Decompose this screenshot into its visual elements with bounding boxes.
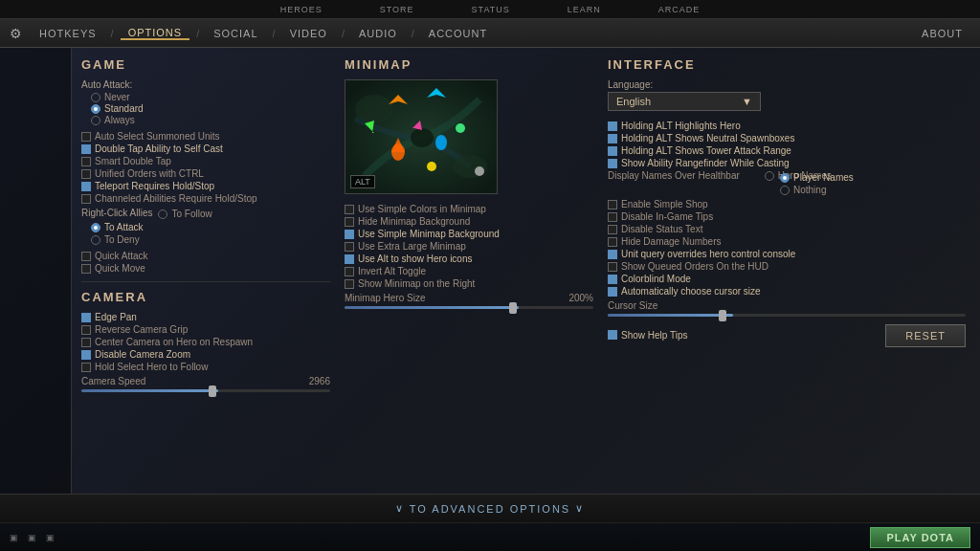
radio-nothing[interactable]: Nothing xyxy=(780,185,970,195)
nav-about[interactable]: ABOUT xyxy=(914,28,970,39)
game-column: GAME Auto Attack: Never Standard Alway xyxy=(81,57,330,484)
cb-quick-attack[interactable]: Quick Attack xyxy=(81,251,330,261)
cb-hide-bg[interactable]: Hide Minimap Background xyxy=(345,216,593,227)
cursor-size-track[interactable] xyxy=(608,314,966,317)
cb-auto-cursor-box xyxy=(608,287,617,297)
nav-account[interactable]: ACCOUNT xyxy=(421,28,495,39)
radio-to-follow[interactable]: To Follow xyxy=(158,209,212,219)
cb-rangefinder-box xyxy=(608,159,617,168)
nav-hotkeys[interactable]: HOTKEYS xyxy=(32,28,104,39)
cb-alt-highlights[interactable]: Holding ALT Highlights Hero xyxy=(608,121,970,131)
camera-speed-slider[interactable]: Camera Speed 2966 xyxy=(81,376,330,392)
minimap-size-slider[interactable]: Minimap Hero Size 200% xyxy=(345,293,593,309)
svg-point-10 xyxy=(435,135,447,150)
radio-nothing-circle xyxy=(780,186,790,195)
cb-alt-hero-icons[interactable]: Use Alt to show Hero icons xyxy=(345,253,593,264)
cb-alt-hero-icons-box xyxy=(345,254,354,264)
radio-to-deny[interactable]: To Deny xyxy=(91,234,330,245)
topbar-arcade[interactable]: ARCADE xyxy=(658,5,701,14)
nav-options[interactable]: OPTIONS xyxy=(121,27,190,40)
cb-extra-large[interactable]: Use Extra Large Minimap xyxy=(345,241,593,252)
cb-rangefinder[interactable]: Show Ability Rangefinder While Casting xyxy=(608,158,970,168)
cb-unified[interactable]: Unified Orders with CTRL xyxy=(81,168,330,179)
nav-video[interactable]: VIDEO xyxy=(282,28,335,39)
cb-invert-alt-box xyxy=(345,267,354,276)
minimap-size-thumb[interactable] xyxy=(509,302,517,314)
cb-center-cam[interactable]: Center Camera on Hero on Respawn xyxy=(81,337,330,347)
svg-point-12 xyxy=(456,123,465,133)
camera-speed-track[interactable] xyxy=(81,389,330,392)
game-section-title: GAME xyxy=(81,57,330,72)
cb-edge-pan[interactable]: Edge Pan xyxy=(81,312,330,322)
cb-disable-zoom[interactable]: Disable Camera Zoom xyxy=(81,349,330,360)
cb-channeled[interactable]: Channeled Abilities Require Hold/Stop xyxy=(81,193,330,204)
cb-simple-colors-box xyxy=(345,205,354,214)
language-label: Language: xyxy=(608,79,970,90)
nav-social[interactable]: SOCIAL xyxy=(206,28,265,39)
display-names-label: Display Names Over Healthbar xyxy=(608,170,740,181)
cb-unified-box xyxy=(81,169,91,179)
play-dota-button[interactable]: PLAY DOTA xyxy=(870,527,970,548)
cursor-size-thumb[interactable] xyxy=(719,310,726,321)
cb-colorblind[interactable]: Colorblind Mode xyxy=(608,274,970,284)
taskbar-item-1: ▣ xyxy=(10,533,18,542)
cb-reverse-cam[interactable]: Reverse Camera Grip xyxy=(81,324,330,335)
language-select[interactable]: English ▼ xyxy=(608,92,761,111)
cb-simple-shop-box xyxy=(608,200,617,209)
taskbar-item-2: ▣ xyxy=(28,533,36,542)
cb-extra-large-box xyxy=(345,242,354,252)
topbar-heroes[interactable]: HEROES xyxy=(280,5,323,14)
left-sidebar xyxy=(0,48,72,494)
bottom-bar[interactable]: ∨ TO ADVANCED OPTIONS ∨ xyxy=(0,494,980,522)
cb-disable-status[interactable]: Disable Status Text xyxy=(608,224,970,234)
cb-auto-select[interactable]: Auto Select Summoned Units xyxy=(81,131,330,142)
cb-teleport-box xyxy=(81,182,91,191)
reset-button[interactable]: RESET xyxy=(885,324,966,347)
radio-hero-names-circle xyxy=(765,171,774,181)
radio-to-attack[interactable]: To Attack xyxy=(91,222,330,232)
cb-minimap-right[interactable]: Show Minimap on the Right xyxy=(345,278,593,289)
cb-unit-query[interactable]: Unit query overrides hero control consol… xyxy=(608,249,970,259)
nav-audio[interactable]: AUDIO xyxy=(351,28,405,39)
cb-smart-double[interactable]: Smart Double Tap xyxy=(81,156,330,166)
cb-queued-orders[interactable]: Show Queued Orders On the HUD xyxy=(608,261,970,272)
camera-speed-thumb[interactable] xyxy=(209,386,216,397)
cb-simple-bg[interactable]: Use Simple Minimap Background xyxy=(345,229,593,239)
cb-hold-select-box xyxy=(81,363,91,372)
cb-invert-alt[interactable]: Invert Alt Toggle xyxy=(345,266,593,276)
minimap-size-label: Minimap Hero Size xyxy=(345,293,425,303)
minimap-size-value: 200% xyxy=(568,293,593,303)
radio-to-deny-circle xyxy=(91,235,100,245)
radio-never-circle xyxy=(91,93,100,102)
cb-simple-colors[interactable]: Use Simple Colors in Minimap xyxy=(345,204,593,214)
topbar-status[interactable]: STATUS xyxy=(472,5,510,14)
cb-alt-neutral[interactable]: Holding ALT Shows Neutral Spawnboxes xyxy=(608,133,970,143)
radio-standard[interactable]: Standard xyxy=(91,103,330,114)
gear-icon: ⚙ xyxy=(10,26,22,41)
minimap-size-track[interactable] xyxy=(345,306,593,309)
cb-hold-select[interactable]: Hold Select Hero to Follow xyxy=(81,362,330,372)
cursor-size-slider[interactable]: Cursor Size xyxy=(608,300,970,317)
cb-alt-tower[interactable]: Holding ALT Shows Tower Attack Range xyxy=(608,145,970,156)
radio-to-attack-circle xyxy=(91,223,100,232)
cb-edge-pan-box xyxy=(81,313,91,322)
cb-hide-damage[interactable]: Hide Damage Numbers xyxy=(608,236,970,247)
auto-attack-radios: Never Standard Always xyxy=(91,92,330,125)
radio-player-names[interactable]: Player Names xyxy=(780,172,970,183)
cb-quick-move[interactable]: Quick Move xyxy=(81,263,330,274)
topbar-learn[interactable]: LEARN xyxy=(568,5,601,14)
cb-teleport[interactable]: Teleport Requires Hold/Stop xyxy=(81,181,330,191)
topbar-store[interactable]: STORE xyxy=(380,5,414,14)
radio-always[interactable]: Always xyxy=(91,115,330,125)
svg-marker-4 xyxy=(389,95,408,104)
camera-speed-label: Camera Speed xyxy=(81,376,145,386)
cb-disable-tips[interactable]: Disable In-Game Tips xyxy=(608,211,970,222)
cursor-size-label: Cursor Size xyxy=(608,300,657,311)
cb-simple-shop[interactable]: Enable Simple Shop xyxy=(608,199,970,209)
cb-double-tap[interactable]: Double Tap Ability to Self Cast xyxy=(81,143,330,154)
cb-show-help[interactable]: Show Help Tips xyxy=(608,330,687,341)
minimap-preview: ALT xyxy=(345,79,498,194)
chevron-left-icon: ∨ xyxy=(395,502,405,515)
radio-never[interactable]: Never xyxy=(91,92,330,102)
cb-auto-cursor[interactable]: Automatically choose cursor size xyxy=(608,286,970,297)
